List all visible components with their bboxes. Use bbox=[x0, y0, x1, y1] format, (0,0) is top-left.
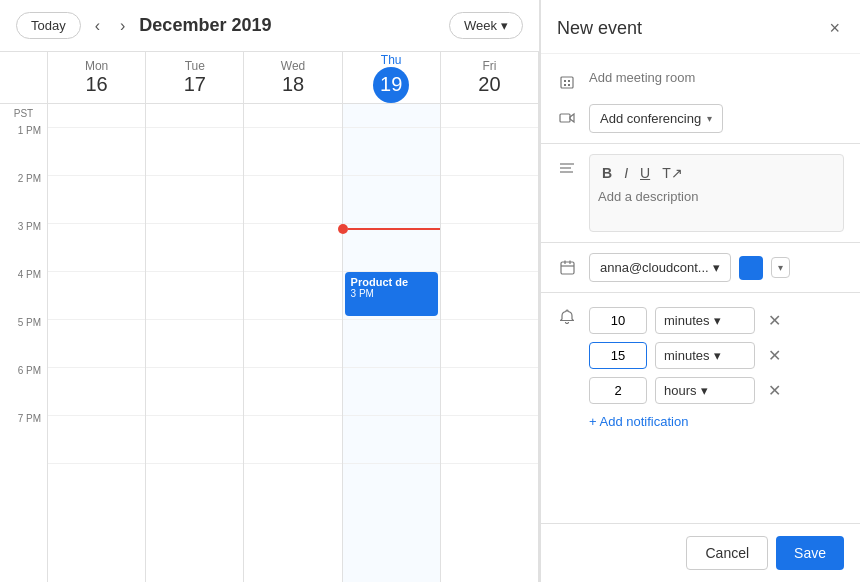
conferencing-field: Add conferencing ▾ bbox=[589, 104, 844, 133]
divider-1 bbox=[541, 143, 860, 144]
description-field: B I U T↗ bbox=[589, 154, 844, 232]
calendar-row: anna@cloudcont... ▾ ▾ bbox=[541, 247, 860, 288]
description-box: B I U T↗ bbox=[589, 154, 844, 232]
calendar-dropdown[interactable]: anna@cloudcont... ▾ bbox=[589, 253, 731, 282]
calendar-panel: Today ‹ › December 2019 Week ▾ Mon 16 Tu… bbox=[0, 0, 540, 582]
day-col-mon: Mon 16 bbox=[48, 52, 146, 103]
time-3pm: 3 PM bbox=[0, 219, 47, 267]
panel-footer: Cancel Save bbox=[541, 523, 860, 582]
days-header: Mon 16 Tue 17 Wed 18 Thu 19 Fri 20 bbox=[0, 52, 539, 104]
panel-header: New event × bbox=[541, 0, 860, 54]
chevron-down-icon: ▾ bbox=[707, 113, 712, 124]
time-2pm: 2 PM bbox=[0, 171, 47, 219]
event-time: 3 PM bbox=[351, 288, 432, 299]
notification-row-1: minutes ▾ ✕ bbox=[589, 303, 844, 338]
remove-notif-1-button[interactable]: ✕ bbox=[763, 310, 785, 332]
notif-3-chevron-icon: ▾ bbox=[701, 383, 708, 398]
calendar-title: December 2019 bbox=[139, 15, 441, 36]
time-grid: PST 1 PM 2 PM 3 PM 4 PM 5 PM 6 PM 7 PM bbox=[0, 104, 539, 582]
description-input[interactable] bbox=[598, 189, 835, 219]
svg-rect-5 bbox=[560, 114, 570, 122]
description-row: B I U T↗ bbox=[541, 148, 860, 238]
italic-button[interactable]: I bbox=[620, 163, 632, 183]
notification-row-3: hours ▾ ✕ bbox=[589, 373, 844, 408]
event-block[interactable]: Product de 3 PM bbox=[345, 272, 438, 316]
save-button[interactable]: Save bbox=[776, 536, 844, 570]
notif-1-unit-dropdown[interactable]: minutes ▾ bbox=[655, 307, 755, 334]
color-swatch[interactable] bbox=[739, 256, 763, 280]
col-fri[interactable] bbox=[441, 104, 539, 582]
svg-rect-1 bbox=[564, 80, 566, 82]
building-icon bbox=[557, 72, 577, 92]
meeting-room-field bbox=[589, 68, 844, 86]
calendar-header: Today ‹ › December 2019 Week ▾ bbox=[0, 0, 539, 52]
time-4pm: 4 PM bbox=[0, 267, 47, 315]
conferencing-row: Add conferencing ▾ bbox=[541, 98, 860, 139]
remove-notif-2-button[interactable]: ✕ bbox=[763, 345, 785, 367]
panel-title: New event bbox=[557, 18, 642, 39]
time-gutter: PST 1 PM 2 PM 3 PM 4 PM 5 PM 6 PM 7 PM bbox=[0, 104, 48, 582]
next-nav-button[interactable]: › bbox=[114, 13, 131, 39]
calendar-select-field: anna@cloudcont... ▾ ▾ bbox=[589, 253, 844, 282]
svg-rect-0 bbox=[561, 77, 573, 88]
notif-2-chevron-icon: ▾ bbox=[714, 348, 721, 363]
notif-1-value[interactable] bbox=[589, 307, 647, 334]
special-format-button[interactable]: T↗ bbox=[658, 163, 687, 183]
video-icon bbox=[557, 108, 577, 128]
divider-3 bbox=[541, 292, 860, 293]
notif-3-unit-dropdown[interactable]: hours ▾ bbox=[655, 377, 755, 404]
bold-button[interactable]: B bbox=[598, 163, 616, 183]
time-7pm: 7 PM bbox=[0, 411, 47, 459]
color-picker-button[interactable]: ▾ bbox=[771, 257, 790, 278]
day-col-thu: Thu 19 bbox=[343, 52, 441, 103]
event-title: Product de bbox=[351, 276, 432, 288]
conferencing-dropdown[interactable]: Add conferencing ▾ bbox=[589, 104, 723, 133]
divider-2 bbox=[541, 242, 860, 243]
svg-rect-4 bbox=[568, 84, 570, 86]
panel-body: Add conferencing ▾ B I U bbox=[541, 54, 860, 523]
time-gutter-header bbox=[0, 52, 48, 103]
calendar-select-row: anna@cloudcont... ▾ ▾ bbox=[589, 253, 844, 282]
svg-rect-2 bbox=[568, 80, 570, 82]
time-6pm: 6 PM bbox=[0, 363, 47, 411]
notifications-field: minutes ▾ ✕ minutes ▾ ✕ bbox=[589, 303, 844, 435]
prev-nav-button[interactable]: ‹ bbox=[89, 13, 106, 39]
col-thu[interactable]: Product de 3 PM bbox=[343, 104, 441, 582]
day-col-wed: Wed 18 bbox=[244, 52, 342, 103]
svg-rect-3 bbox=[564, 84, 566, 86]
notif-1-chevron-icon: ▾ bbox=[714, 313, 721, 328]
col-tue[interactable] bbox=[146, 104, 244, 582]
timezone-label: PST bbox=[0, 104, 47, 123]
col-wed[interactable] bbox=[244, 104, 342, 582]
meeting-room-input[interactable] bbox=[589, 70, 844, 85]
day-col-fri: Fri 20 bbox=[441, 52, 539, 103]
notification-row-2: minutes ▾ ✕ bbox=[589, 338, 844, 373]
notif-3-value[interactable] bbox=[589, 377, 647, 404]
bell-icon bbox=[557, 307, 577, 327]
close-button[interactable]: × bbox=[825, 14, 844, 43]
calendar-icon bbox=[557, 257, 577, 277]
time-1pm: 1 PM bbox=[0, 123, 47, 171]
cal-chevron-icon: ▾ bbox=[713, 260, 720, 275]
add-notification-button[interactable]: + Add notification bbox=[589, 408, 688, 435]
notif-2-unit-dropdown[interactable]: minutes ▾ bbox=[655, 342, 755, 369]
col-mon[interactable] bbox=[48, 104, 146, 582]
view-selector-button[interactable]: Week ▾ bbox=[449, 12, 523, 39]
format-toolbar: B I U T↗ bbox=[598, 163, 835, 183]
underline-button[interactable]: U bbox=[636, 163, 654, 183]
svg-rect-9 bbox=[561, 262, 574, 274]
align-left-icon bbox=[557, 158, 577, 178]
event-panel: New event × bbox=[540, 0, 860, 582]
meeting-room-row bbox=[541, 62, 860, 98]
today-button[interactable]: Today bbox=[16, 12, 81, 39]
cancel-button[interactable]: Cancel bbox=[686, 536, 768, 570]
notifications-row: minutes ▾ ✕ minutes ▾ ✕ bbox=[541, 297, 860, 441]
time-5pm: 5 PM bbox=[0, 315, 47, 363]
day-col-tue: Tue 17 bbox=[146, 52, 244, 103]
days-grid: Product de 3 PM bbox=[48, 104, 539, 582]
notif-2-value[interactable] bbox=[589, 342, 647, 369]
remove-notif-3-button[interactable]: ✕ bbox=[763, 380, 785, 402]
